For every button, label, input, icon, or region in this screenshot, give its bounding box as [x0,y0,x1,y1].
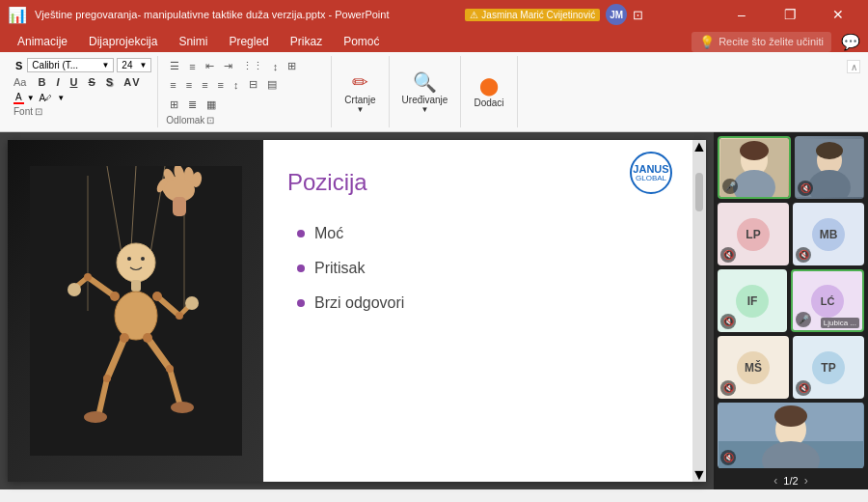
video-tile-person2[interactable]: 🔇 [795,136,864,199]
svg-point-18 [115,292,157,340]
para-row-3: ⊞ ≣ ▦ [166,97,323,113]
tab-pregled[interactable]: Pregled [219,31,278,52]
video-tile-person3[interactable]: 🔇 [718,403,864,468]
bullet-dot-3 [297,299,305,307]
align-center-button[interactable]: ≡ [182,77,196,93]
font-italic-button[interactable]: I [51,74,64,90]
line-spacing-button[interactable]: ↕ [230,77,243,93]
lc-avatar: LĆ [811,285,844,318]
drawing-button[interactable]: ✏ Crtanje ▼ [339,68,380,117]
editing-dropdown[interactable]: ▼ [421,105,429,114]
justify-button[interactable]: ≡ [214,77,228,93]
app-icon: 📊 [8,6,27,24]
lc-label: Ljubica ... [821,318,859,328]
addins-button[interactable]: ⬤ Dodaci [469,72,508,111]
scrollbar-thumb[interactable] [695,173,703,211]
scroll-up-button[interactable]: ▲ [692,140,706,153]
para-extra-5[interactable]: ▦ [203,97,220,113]
video-tile-tp[interactable]: TP 🔇 [793,336,864,399]
ms-mic-icon: 🔇 [720,380,736,396]
addins-icon: ⬤ [479,75,499,97]
tp-avatar: TP [812,351,845,384]
svg-point-46 [816,142,843,159]
tab-animacije[interactable]: Animacije [8,31,77,52]
ribbon-collapse-button[interactable]: ∧ [847,60,860,73]
svg-point-14 [117,243,155,282]
user-avatar: JM [606,4,627,25]
video-tile-lp[interactable]: LP 🔇 [718,203,789,265]
svg-point-27 [84,411,107,423]
font-color-btn[interactable]: A [14,92,24,104]
font-dropdown-icon: ▼ [101,61,109,70]
ribbon-group-paragraph: ☰ ≡ ⇤ ⇥ ⋮⋮ ↕ ⊞ ≡ ≡ ≡ ≡ ↕ ⊟ ▤ ⊞ ≣ ▦ Odlom… [158,56,332,127]
tab-dijaprojekcija[interactable]: Dijaprojekcija [79,31,167,52]
restore-button[interactable]: ❐ [768,0,812,29]
para-extra-3[interactable]: ⊞ [166,97,182,113]
align-left-button[interactable]: ≡ [166,77,179,93]
columns-button[interactable]: ⋮⋮ [238,58,267,74]
titlebar-title: Vještine pregovaranja- manipulativne tak… [35,9,389,20]
font-highlight-dropdown[interactable]: ▼ [57,94,65,102]
tab-prikaz[interactable]: Prikaz [281,31,332,52]
lc-mic-icon: 🎤 [796,312,811,327]
para-extra-1[interactable]: ⊟ [245,76,261,93]
svg-point-42 [740,141,769,160]
lp-avatar: LP [737,218,770,251]
mic-icon-1: 🎤 [722,179,738,194]
video-tile-mb[interactable]: MB 🔇 [793,203,864,265]
font-size-dropdown-icon: ▼ [139,61,147,70]
bullet-dot-2 [297,265,305,272]
video-tile-lc[interactable]: LĆ 🎤 Ljubica ... [791,269,864,332]
bullets-button[interactable]: ☰ [166,58,183,74]
font-expand-icon[interactable]: ⊡ [35,106,42,117]
ribbon-group-addins: ⬤ Dodaci [461,56,517,127]
prev-page-button[interactable]: ‹ [773,474,777,488]
video-row-2: LP 🔇 MB 🔇 [718,203,864,265]
font-shadow-button[interactable]: S [101,74,118,90]
font-underline-button[interactable]: U [65,74,82,90]
align-right-button[interactable]: ≡ [198,77,211,93]
video-tile-person1[interactable]: 🎤 [718,136,791,199]
font-strikethrough-button[interactable]: S [83,74,99,90]
para-extra-4[interactable]: ≣ [184,97,201,113]
next-page-button[interactable]: › [804,474,808,488]
drawing-dropdown[interactable]: ▼ [357,105,365,114]
font-bold-button[interactable]: B [33,74,50,90]
increase-indent-button[interactable]: ⇥ [220,58,236,74]
font-color-dropdown[interactable]: ▼ [27,94,35,102]
paragraph-expand-icon[interactable]: ⊡ [206,115,214,126]
addins-label: Dodaci [474,98,503,108]
svg-point-33 [120,333,129,343]
video-row-5: 🔇 [718,403,864,468]
text-direction-button[interactable]: ↕ [269,59,283,74]
minimize-button[interactable]: – [719,0,764,29]
smart-art-button[interactable]: ⊞ [284,58,300,74]
ribbon-search[interactable]: 💡 Recite što želite učiniti [692,32,831,52]
tab-pomoc[interactable]: Pomoć [334,31,389,52]
font-spacing-button[interactable]: AV [119,74,146,90]
svg-point-32 [152,292,162,301]
editing-button[interactable]: 🔍 Uređivanje ▼ [397,68,453,117]
video-tile-if[interactable]: IF 🔇 [718,269,787,332]
font-size-selector[interactable]: 24 ▼ [117,58,151,72]
drawing-label: Crtanje [344,95,375,105]
numbered-list-button[interactable]: ≡ [185,59,199,74]
svg-point-51 [774,405,807,427]
font-selector[interactable]: Calibri (T... ▼ [27,58,114,72]
video-tile-ms[interactable]: MŠ 🔇 [718,336,789,399]
ribbon-content: S Calibri (T... ▼ 24 ▼ Aa B I U S S AV [0,52,868,132]
font-size: 24 [122,60,132,70]
slide-scrollbar[interactable]: ▲ ▼ [692,140,706,482]
main-area: JANUS GLOBAL Pozicija Moć Pritisa [0,132,868,489]
slide-container: JANUS GLOBAL Pozicija Moć Pritisa [8,140,706,482]
ribbon-group-drawing: ✏ Crtanje ▼ [332,56,389,127]
decrease-indent-button[interactable]: ⇤ [202,58,218,74]
scroll-down-button[interactable]: ▼ [692,468,706,482]
para-extra-2[interactable]: ▤ [263,76,281,93]
chat-icon[interactable]: 💬 [841,33,860,51]
font-highlight-btn[interactable]: A🖊 [38,93,55,103]
drawing-content: ✏ Crtanje ▼ [339,58,380,126]
tab-snimi[interactable]: Snimi [169,31,217,52]
close-button[interactable]: ✕ [816,0,860,29]
editing-icon: 🔍 [413,70,437,94]
